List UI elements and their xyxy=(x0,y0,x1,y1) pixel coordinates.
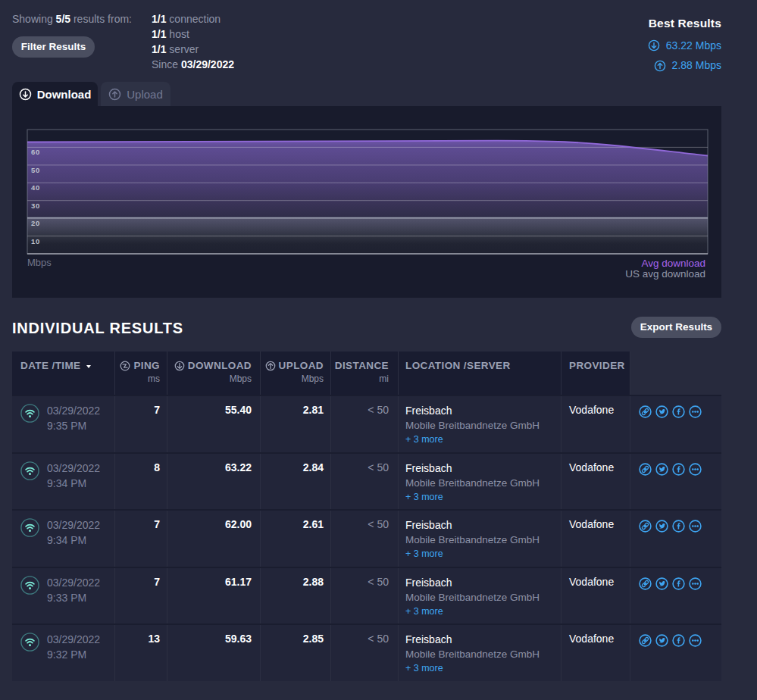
svg-text:40: 40 xyxy=(31,183,40,192)
svg-text:Mbps: Mbps xyxy=(27,257,52,268)
svg-text:10: 10 xyxy=(31,237,40,245)
svg-text:Avg download: Avg download xyxy=(641,258,705,269)
svg-text:50: 50 xyxy=(31,166,40,174)
svg-text:30: 30 xyxy=(31,202,40,210)
svg-text:US avg download: US avg download xyxy=(625,268,705,280)
svg-text:20: 20 xyxy=(31,219,40,227)
svg-text:60: 60 xyxy=(31,148,40,156)
